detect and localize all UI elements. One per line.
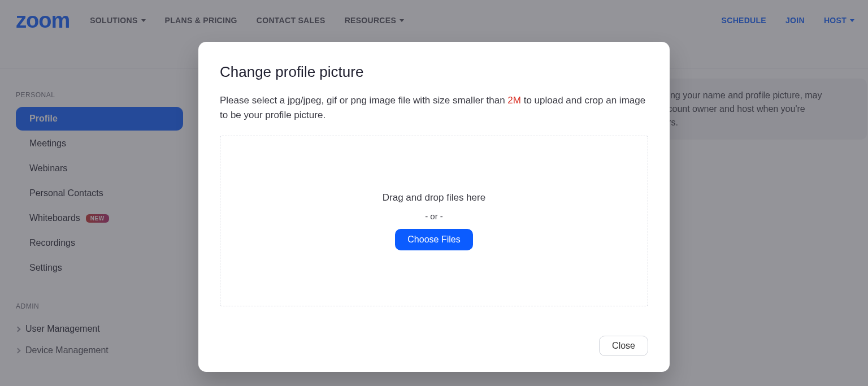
modal-actions: Close [220, 336, 648, 356]
modal-desc-pre: Please select a jpg/jpeg, gif or png ima… [220, 95, 507, 106]
modal-desc-highlight: 2M [507, 95, 521, 106]
close-button[interactable]: Close [599, 336, 648, 356]
file-dropzone[interactable]: Drag and drop files here - or - Choose F… [220, 136, 648, 306]
modal-description: Please select a jpg/jpeg, gif or png ima… [220, 93, 648, 122]
choose-files-button[interactable]: Choose Files [395, 229, 472, 250]
dropzone-text: Drag and drop files here [383, 192, 485, 203]
modal-title: Change profile picture [220, 63, 648, 81]
change-profile-picture-modal: Change profile picture Please select a j… [198, 42, 670, 372]
dropzone-or: - or - [425, 211, 443, 221]
modal-overlay[interactable]: Change profile picture Please select a j… [0, 0, 868, 386]
